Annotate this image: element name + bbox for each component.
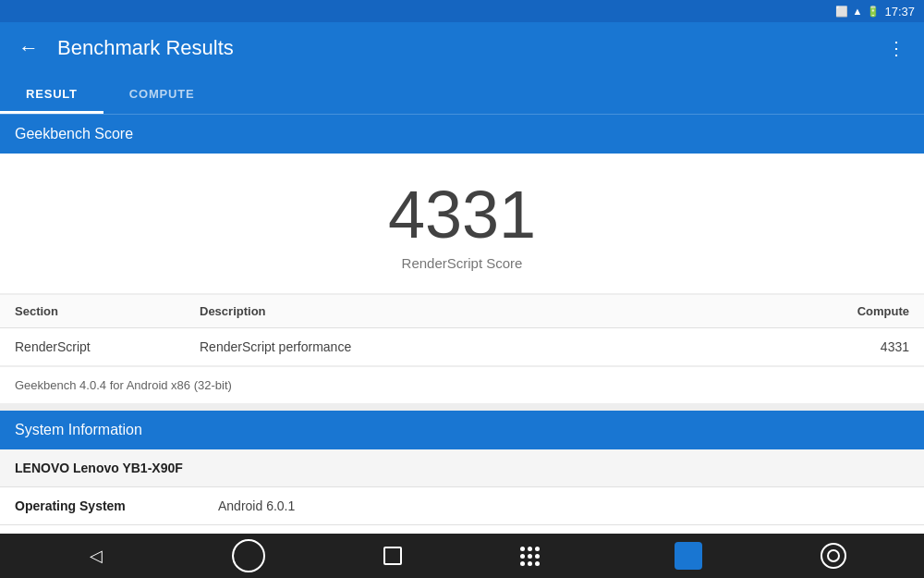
- nav-bar: ◁: [0, 534, 924, 578]
- nav-back-button[interactable]: ◁: [78, 546, 115, 566]
- status-time: 17:37: [884, 5, 915, 18]
- apps-dot: [535, 561, 540, 566]
- settings-icon[interactable]: [821, 543, 846, 569]
- apps-dot: [528, 547, 532, 551]
- app-title: Benchmark Results: [57, 36, 869, 60]
- geekbench-score-header: Geekbench Score: [0, 115, 924, 154]
- col-header-section: Section: [15, 304, 200, 318]
- battery-icon: 🔋: [867, 6, 880, 18]
- score-card: 4331 RenderScript Score: [0, 154, 924, 293]
- row-compute: 4331: [817, 339, 909, 354]
- results-table: Section Description Compute RenderScript…: [0, 295, 924, 365]
- apps-dot: [535, 547, 540, 551]
- system-info-section: LENOVO Lenovo YB1-X90F Operating System …: [0, 449, 924, 534]
- status-icons: ⬜ ▲ 🔋 17:37: [835, 5, 915, 18]
- apps-dot: [528, 561, 532, 566]
- system-info-header: System Information: [0, 411, 924, 449]
- back-button[interactable]: ←: [15, 36, 43, 60]
- wifi-icon: ▲: [853, 6, 863, 17]
- status-bar: ⬜ ▲ 🔋 17:37: [0, 0, 924, 22]
- nav-apps-button[interactable]: [520, 547, 557, 566]
- tabs-bar: RESULT COMPUTE: [0, 74, 924, 115]
- nav-recent-button[interactable]: [383, 547, 402, 565]
- col-header-compute: Compute: [817, 304, 909, 318]
- apps-dot: [520, 547, 525, 551]
- apps-dot: [528, 554, 532, 559]
- tab-result[interactable]: RESULT: [0, 74, 103, 114]
- screenshot-icon: ⬜: [835, 6, 848, 18]
- row-section: RenderScript: [15, 339, 200, 354]
- nav-home-button[interactable]: [232, 539, 265, 572]
- content-area: Geekbench Score 4331 RenderScript Score …: [0, 115, 924, 534]
- more-options-button[interactable]: ⋮: [883, 33, 909, 63]
- info-value-os: Android 6.0.1: [218, 498, 909, 513]
- footnote: Geekbench 4.0.4 for Android x86 (32-bit): [0, 367, 924, 403]
- device-name: LENOVO Lenovo YB1-X90F: [0, 449, 924, 487]
- row-description: RenderScript performance: [200, 339, 817, 354]
- apps-dot: [520, 554, 525, 559]
- apps-dot: [520, 561, 525, 566]
- table-header: Section Description Compute: [0, 295, 924, 328]
- apps-dot: [535, 554, 540, 559]
- col-header-description: Description: [200, 304, 817, 318]
- app-bar: ← Benchmark Results ⋮: [0, 22, 924, 74]
- info-row-os: Operating System Android 6.0.1: [0, 487, 924, 525]
- score-label: RenderScript Score: [18, 255, 906, 271]
- tab-compute[interactable]: COMPUTE: [103, 74, 221, 114]
- info-row-build: Build YB1-X90F_USR_S000239_1612091428_WW…: [0, 525, 924, 534]
- geekbench-app-icon[interactable]: [675, 542, 702, 570]
- score-number: 4331: [18, 181, 906, 248]
- table-row: RenderScript RenderScript performance 43…: [0, 328, 924, 365]
- info-label-os: Operating System: [15, 498, 218, 513]
